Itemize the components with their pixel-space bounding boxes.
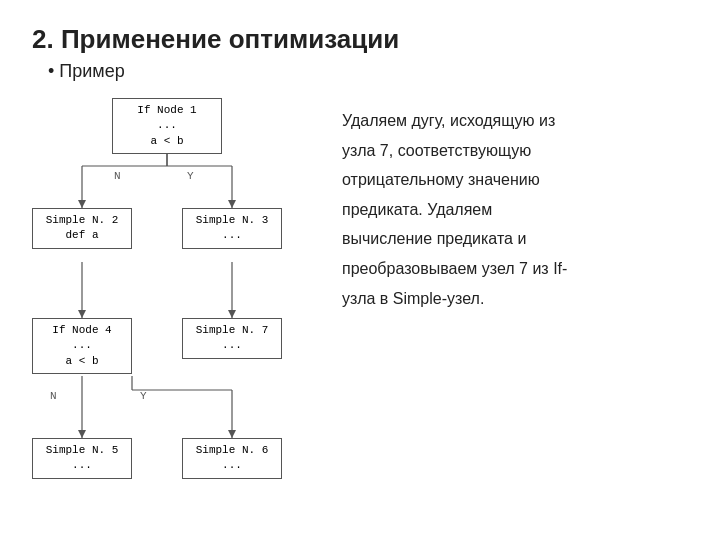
page: 2. Применение оптимизации • Пример: [0, 0, 720, 540]
label-n1: N: [114, 170, 121, 182]
node-4: If Node 4 ... a < b: [32, 318, 132, 374]
node-2: Simple N. 2 def a: [32, 208, 132, 249]
svg-marker-3: [78, 200, 86, 208]
node-6: Simple N. 6 ...: [182, 438, 282, 479]
node-5: Simple N. 5 ...: [32, 438, 132, 479]
node-7: Simple N. 7 ...: [182, 318, 282, 359]
svg-marker-14: [78, 430, 86, 438]
node-3: Simple N. 3 ...: [182, 208, 282, 249]
content-area: If Node 1 ... a < b Simple N. 2 def a Si…: [32, 98, 688, 518]
desc-line5: вычисление предиката и: [342, 226, 688, 252]
svg-marker-18: [228, 430, 236, 438]
subtitle: • Пример: [48, 61, 688, 82]
svg-marker-11: [228, 310, 236, 318]
svg-marker-7: [228, 200, 236, 208]
label-y2: Y: [140, 390, 147, 402]
node-1: If Node 1 ... a < b: [112, 98, 222, 154]
desc-line3: отрицательному значению: [342, 167, 688, 193]
diagram: If Node 1 ... a < b Simple N. 2 def a Si…: [32, 98, 322, 518]
desc-line6: преобразовываем узел 7 из If-: [342, 256, 688, 282]
text-panel: Удаляем дугу, исходящую из узла 7, соотв…: [342, 98, 688, 315]
label-y1: Y: [187, 170, 194, 182]
desc-line4: предиката. Удаляем: [342, 197, 688, 223]
desc-line7: узла в Simple-узел.: [342, 286, 688, 312]
svg-marker-9: [78, 310, 86, 318]
desc-line1: Удаляем дугу, исходящую из: [342, 108, 688, 134]
desc-line2: узла 7, соответствующую: [342, 138, 688, 164]
page-title: 2. Применение оптимизации: [32, 24, 688, 55]
label-n2: N: [50, 390, 57, 402]
